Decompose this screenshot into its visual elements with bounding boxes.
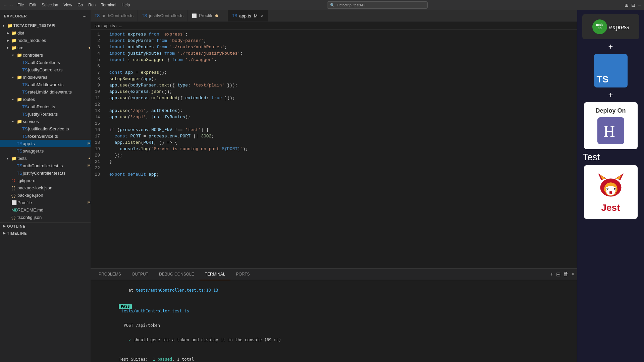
sidebar-item-tsconfig[interactable]: { } tsconfig.json — [0, 214, 91, 221]
sidebar-item-justificationservice[interactable]: TS justificationService.ts — [0, 125, 91, 132]
tab-debug-console[interactable]: DEBUG CONSOLE — [154, 268, 200, 280]
sidebar-item-procfile[interactable]: ⬜ Procfile M — [0, 199, 91, 206]
code-lines[interactable]: import express from 'express'; import bo… — [104, 30, 577, 268]
arrow-icon: ▾ — [12, 75, 17, 79]
folder-icon: 📁 — [7, 23, 13, 28]
split-icon[interactable]: ⊟ — [631, 2, 635, 8]
sidebar-item-controllers[interactable]: ▾ 📁 controllers — [0, 51, 91, 59]
close-tab-icon[interactable]: × — [261, 13, 264, 18]
routes-label: routes — [23, 97, 91, 102]
sidebar-item-package-lock[interactable]: { } package-lock.json — [0, 184, 91, 191]
code-line-19: console.log(`Server is running on port $… — [109, 146, 577, 152]
tab-label: Procfile — [199, 13, 213, 18]
terminal-content[interactable]: at tests/authController.test.ts:18:13 PA… — [91, 280, 577, 362]
json-icon: { } — [11, 185, 17, 190]
menu-help[interactable]: Help — [122, 3, 130, 7]
services-label: services — [23, 119, 91, 124]
ts-file-icon: TS — [17, 148, 23, 154]
tab-app[interactable]: TS app.ts M × — [228, 10, 268, 21]
menu-edit[interactable]: Edit — [29, 3, 36, 7]
main-layout: EXPLORER ··· ▾ 📁 TICTACTRIP_TESTAPI ▶ 📁 … — [0, 10, 644, 362]
code-line-8: setupSwagger(app); — [109, 76, 577, 82]
menu-run[interactable]: Run — [88, 3, 96, 7]
sidebar-item-dist[interactable]: ▶ 📁 dist — [0, 29, 91, 37]
tab-authcontroller[interactable]: TS authController.ts — [91, 10, 138, 21]
terminal-link[interactable]: tests/authController.test.ts:18:13 — [136, 288, 218, 293]
modified-indicator: M — [88, 141, 91, 145]
code-content[interactable]: 12345 678910 1112131415 1617181920 21222… — [91, 30, 577, 268]
sidebar-item-middlewares[interactable]: ▾ 📁 middlewares — [0, 73, 91, 81]
menu-go[interactable]: Go — [77, 3, 83, 7]
folder-icon: 📁 — [11, 38, 17, 43]
sidebar-item-services[interactable]: ▾ 📁 services — [0, 118, 91, 125]
test-file-link[interactable]: tests/authController.test.ts — [121, 309, 189, 313]
sidebar-item-justifycontroller[interactable]: TS justifyController.ts — [0, 66, 91, 73]
sidebar-item-src[interactable]: ▾ 📁 src ● — [0, 44, 91, 51]
git-icon: ⬡ — [11, 178, 17, 183]
menu-view[interactable]: View — [63, 3, 72, 7]
search-bar[interactable]: 🔍 Tictactrip_testAPI — [327, 1, 428, 9]
sidebar-item-justifyroutes[interactable]: TS justifyRoutes.ts — [0, 110, 91, 118]
tab-terminal[interactable]: TERMINAL — [200, 268, 231, 280]
breadcrumb-src[interactable]: src — [95, 23, 100, 28]
terminal-pass-line: PASS tests/authController.test.ts — [95, 299, 573, 318]
sidebar-item-authroutes[interactable]: TS authRoutes.ts — [0, 103, 91, 110]
svg-point-13 — [614, 188, 615, 189]
token-service-label: tokenService.ts — [28, 134, 91, 139]
swagger-label: swagger.ts — [23, 148, 91, 154]
sidebar-item-gitignore[interactable]: ⬡ .gitignore — [0, 177, 91, 184]
sidebar-more-icon[interactable]: ··· — [83, 13, 87, 19]
package-lock-label: package-lock.json — [17, 185, 91, 190]
menu-file[interactable]: File — [17, 3, 24, 7]
arrow-icon: ▾ — [7, 157, 11, 160]
sidebar-item-justify-test[interactable]: TS justifyController.test.ts — [0, 169, 91, 177]
sidebar-item-authcontroller[interactable]: TS authController.ts — [0, 59, 91, 66]
sidebar-item-swagger[interactable]: TS swagger.ts — [0, 147, 91, 155]
kill-terminal-icon[interactable]: 🗑 — [563, 271, 569, 277]
justify-test-label: justifyController.test.ts — [23, 171, 91, 176]
split-terminal-icon[interactable]: ⊟ — [556, 271, 560, 278]
tab-ports[interactable]: PORTS — [230, 268, 255, 280]
sidebar-item-node-modules[interactable]: ▶ 📁 node_modules — [0, 37, 91, 44]
code-line-6 — [109, 63, 577, 69]
tab-procfile[interactable]: ⬜ Procfile — [188, 10, 228, 21]
sidebar-item-ratelimit[interactable]: TS rateLimitMiddleware.ts — [0, 88, 91, 96]
search-text: Tictactrip_testAPI — [337, 3, 366, 7]
heroku-svg: H — [601, 121, 621, 141]
justification-service-label: justificationService.ts — [28, 126, 91, 131]
sidebar-item-project[interactable]: ▾ 📁 TICTACTRIP_TESTAPI — [0, 22, 91, 29]
arrow-icon: ▶ — [7, 31, 11, 35]
nav-back-icon[interactable]: ← — [3, 2, 7, 8]
terminal-suites: Test Suites: 1 passed, 1 total — [95, 352, 573, 362]
sidebar-item-package[interactable]: { } package.json — [0, 191, 91, 199]
minimize-icon[interactable]: ─ — [638, 2, 641, 8]
menu-terminal[interactable]: Terminal — [101, 3, 116, 7]
breadcrumb-ellipsis[interactable]: ... — [119, 23, 122, 28]
tab-label: app.ts — [239, 13, 251, 18]
breadcrumb-app[interactable]: app.ts — [104, 23, 115, 28]
close-panel-icon[interactable]: × — [571, 271, 574, 277]
sidebar-item-app[interactable]: TS app.ts M — [0, 140, 91, 147]
sidebar-item-authmiddleware[interactable]: TS authMiddleware.ts — [0, 81, 91, 88]
sidebar-item-tokenservice[interactable]: TS tokenService.ts — [0, 132, 91, 140]
layout-icon[interactable]: ⊞ — [625, 2, 629, 8]
nav-forward-icon[interactable]: → — [9, 2, 13, 8]
code-editor: 12345 678910 1112131415 1617181920 21222… — [91, 30, 577, 268]
outline-section[interactable]: ▶ OUTLINE — [0, 223, 91, 230]
code-line-20: }); — [109, 152, 577, 159]
nav-arrows: ← → — [3, 2, 13, 8]
tab-problems[interactable]: PROBLEMS — [93, 268, 126, 280]
sidebar-item-auth-test[interactable]: TS authController.test.ts M — [0, 162, 91, 169]
timeline-section[interactable]: ▶ TIMELINE — [0, 230, 91, 237]
code-line-1: import express from 'express'; — [109, 31, 577, 38]
menu-selection[interactable]: Selection — [42, 3, 58, 7]
sidebar-item-tests[interactable]: ▾ 📁 tests ● — [0, 155, 91, 162]
src-label: src — [17, 45, 87, 50]
sidebar-item-readme[interactable]: MD README.md — [0, 206, 91, 214]
tab-justifycontroller[interactable]: TS justifyController.ts — [138, 10, 188, 21]
tab-output[interactable]: OUTPUT — [126, 268, 154, 280]
add-terminal-icon[interactable]: + — [550, 271, 553, 277]
sidebar-item-routes[interactable]: ▾ 📁 routes — [0, 96, 91, 103]
modified-dot — [215, 14, 218, 17]
code-line-2: import bodyParser from 'body-parser'; — [109, 38, 577, 44]
